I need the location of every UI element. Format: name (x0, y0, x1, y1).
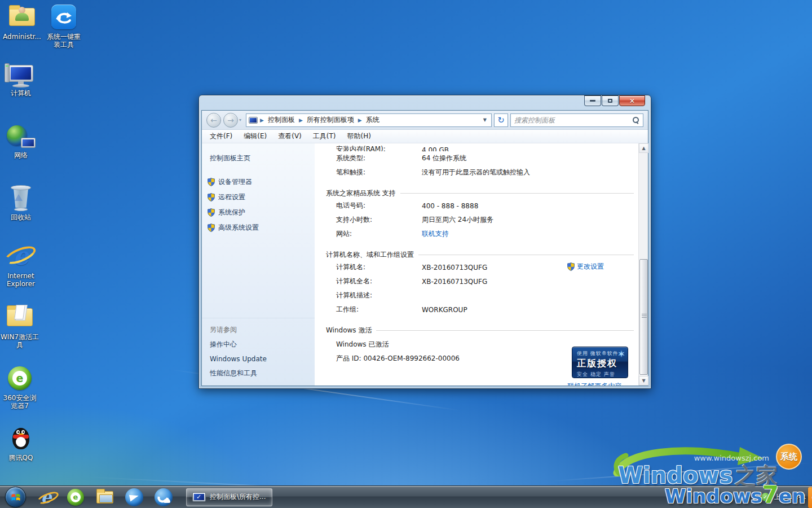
compass-browser-icon (125, 488, 143, 506)
recent-pages-caret-icon[interactable]: ▾ (239, 117, 241, 122)
desktop-icon-recycle-bin[interactable]: 回收站 (1, 184, 41, 221)
taskbar-browser-blue[interactable] (122, 487, 146, 507)
tray-status-check-icon[interactable]: ✓ (761, 493, 770, 501)
scroll-down-icon[interactable]: ▼ (639, 376, 648, 386)
menu-view[interactable]: 查看(V) (272, 130, 307, 143)
show-hidden-icons-icon[interactable]: ▲ (753, 494, 757, 500)
close-button[interactable]: ✕ (619, 95, 645, 106)
breadcrumb-system[interactable]: 系统 (364, 114, 381, 126)
section-windows-activation: Windows 激活 (326, 325, 634, 336)
sidebar-system-protection[interactable]: 系统保护 (202, 205, 315, 220)
breadcrumb-separator-icon: ▶ (299, 117, 303, 123)
refresh-button[interactable]: ↻ (494, 113, 508, 127)
sidebar-task-label: 系统保护 (218, 208, 245, 217)
desktop-icon-network[interactable]: 网络 (1, 122, 41, 159)
clock-time: 上午 10:41 (774, 493, 806, 501)
search-icon (632, 116, 639, 124)
row-label: 电话号码: (336, 201, 422, 211)
online-support-link[interactable]: 联机支持 (422, 229, 449, 239)
row-label: 计算机名: (336, 262, 422, 272)
desktop-icon-label: 腾讯QQ (9, 454, 33, 462)
minimize-button[interactable] (584, 95, 601, 106)
taskbar-internet-explorer[interactable]: e (34, 487, 58, 507)
taskbar-qq-browser[interactable] (152, 487, 175, 507)
open-folder-icon (5, 304, 34, 331)
search-box[interactable] (510, 113, 643, 127)
sidebar-windows-update[interactable]: Windows Update (202, 352, 315, 366)
taskbar: e e ✓ 控制面板\所有控... ▲ ✓ 上午 10:41 (0, 485, 812, 508)
desktop-icon-internet-explorer[interactable]: e Internet Explorer (1, 243, 41, 288)
forward-button[interactable]: → (223, 113, 238, 128)
change-settings[interactable]: 更改设置 (567, 262, 604, 271)
info-row-hours: 支持小时数: 周日至周六 24小时服务 (336, 213, 634, 227)
menu-file[interactable]: 文件(F) (204, 130, 238, 143)
activation-area: Windows 已激活 产品 ID: 00426-OEM-8992662-000… (326, 338, 634, 366)
window-sidebar: 控制面板主页 设备管理器 远程设置 系统保护 (202, 143, 315, 386)
sidebar-task-label: 高级系统设置 (218, 223, 259, 233)
search-input[interactable] (514, 116, 632, 124)
back-button[interactable]: ← (206, 113, 221, 128)
desktop-icon-system-reinstall-tool[interactable]: 系统一键重装工具 (44, 3, 83, 49)
scroll-up-icon[interactable]: ▲ (639, 143, 648, 153)
menu-edit[interactable]: 编辑(E) (238, 130, 272, 143)
row-label: 支持小时数: (336, 215, 422, 225)
taskbar-360-browser[interactable]: e (64, 487, 87, 507)
desktop-icon-360-browser[interactable]: e 360安全浏览器7 (0, 365, 39, 410)
row-label: 安装内存(RAM): (336, 144, 422, 151)
breadcrumb-control-panel[interactable]: 控制面板 (266, 114, 297, 126)
restore-button[interactable] (602, 95, 619, 106)
section-rule (418, 255, 634, 255)
system-page-icon (249, 117, 258, 124)
uac-shield-icon (208, 208, 215, 217)
sidebar-device-manager[interactable]: 设备管理器 (202, 174, 315, 190)
desktop-icon-administrator[interactable]: Administr... (2, 3, 42, 41)
swap-arrows-app-icon (49, 3, 78, 30)
desktop-icon-label: 网络 (14, 151, 28, 159)
uac-shield-icon (208, 193, 215, 202)
learn-more-online-link[interactable]: 联机了解更多内容... (568, 382, 628, 386)
info-row-phone: 电话号码: 400 - 888 - 8888 (336, 199, 634, 213)
scrollbar-thumb[interactable] (639, 259, 648, 375)
start-button[interactable] (5, 487, 26, 507)
taskbar-window-control-panel[interactable]: ✓ 控制面板\所有控... (186, 488, 272, 506)
menu-help[interactable]: 帮助(H) (342, 130, 377, 143)
row-label: 工作组: (336, 305, 422, 314)
vertical-scrollbar[interactable]: ▲ ▼ (638, 143, 648, 386)
info-row-computer-name: 计算机名: XB-20160713QUFG 更改设置 (336, 260, 634, 274)
see-also-group: 另请参阅 操作中心 Windows Update 性能信息和工具 (202, 318, 315, 381)
sidebar-task-label: 远程设置 (218, 192, 245, 202)
row-label: 笔和触摸: (336, 168, 422, 177)
address-bar[interactable]: ▶ 控制面板 ▶ 所有控制面板项 ▶ 系统 ▼ (246, 113, 492, 127)
change-settings-link[interactable]: 更改设置 (577, 262, 604, 271)
uac-shield-icon (208, 178, 215, 186)
qq-penguin-icon (6, 424, 36, 452)
sidebar-action-center[interactable]: 操作中心 (202, 337, 315, 352)
system-window: ✕ ← → ▾ ▶ 控制面板 ▶ 所有控制面板项 ▶ 系统 ▼ ↻ (198, 95, 651, 389)
info-row-pen-touch: 笔和触摸: 没有可用于此显示器的笔或触控输入 (336, 165, 634, 179)
address-dropdown-icon[interactable]: ▼ (481, 117, 489, 122)
desktop-icon-tencent-qq[interactable]: 腾讯QQ (1, 424, 41, 462)
internet-explorer-icon: e (6, 243, 36, 270)
row-value: WORKGROUP (422, 306, 634, 314)
sidebar-advanced-system-settings[interactable]: 高级系统设置 (202, 220, 315, 235)
taskbar-clock[interactable]: 上午 10:41 (774, 493, 806, 501)
breadcrumb-all-items[interactable]: 所有控制面板项 (305, 114, 356, 126)
taskbar-windows-explorer[interactable] (93, 487, 117, 507)
row-label: 系统类型: (336, 154, 422, 163)
row-label: 网站: (336, 229, 422, 239)
row-value: XB-20160713QUFG (422, 278, 634, 286)
desktop-icon-computer[interactable]: 计算机 (1, 60, 41, 97)
sidebar-control-panel-home[interactable]: 控制面板主页 (202, 151, 315, 165)
uac-shield-icon (567, 262, 575, 271)
sidebar-performance-tools[interactable]: 性能信息和工具 (202, 366, 315, 381)
info-row-full-name: 计算机全名: XB-20160713QUFG (336, 274, 634, 288)
network-globe-icon (6, 122, 36, 149)
activation-status: Windows 已激活 (336, 340, 389, 349)
genuine-software-badge[interactable]: ✶ 使用 微软®软件 正版授权 安全 稳定 声誉 (572, 347, 628, 378)
sidebar-remote-settings[interactable]: 远程设置 (202, 190, 315, 205)
desktop-icon-win7-activation-tool[interactable]: WIN7激活工具 (0, 304, 39, 349)
menu-tools[interactable]: 工具(T) (307, 130, 342, 143)
row-value: 64 位操作系统 (422, 154, 634, 163)
wallpaper-light-streak (553, 462, 811, 481)
row-value: 400 - 888 - 8888 (422, 202, 634, 210)
